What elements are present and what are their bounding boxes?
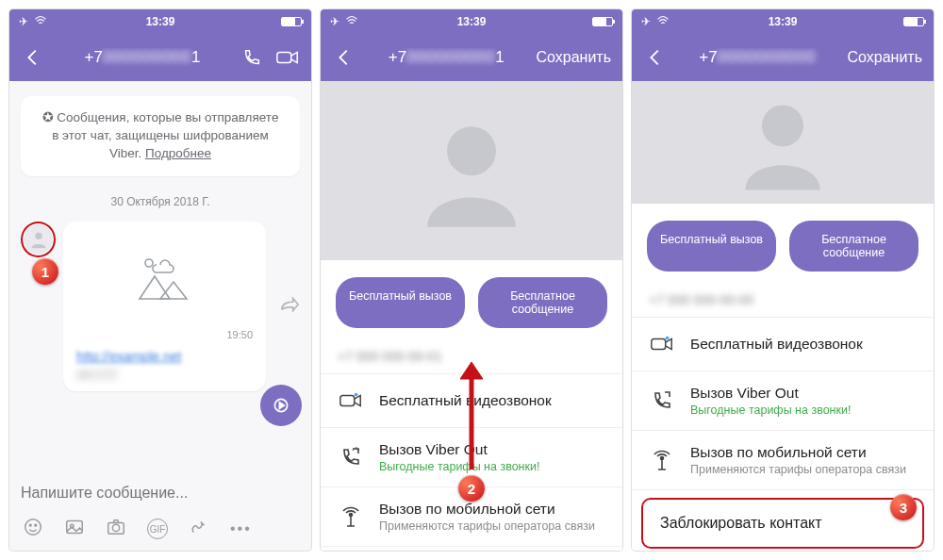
list-sublabel: Выгодные тарифы на звонки!: [379, 460, 605, 473]
save-button[interactable]: Сохранить: [847, 49, 922, 66]
list-label: Бесплатный видеозвонок: [379, 392, 605, 409]
message-time: 19:50: [76, 329, 253, 340]
swipe-up-arrow-icon: [456, 358, 487, 475]
svg-point-15: [762, 105, 803, 146]
profile-body: Бесплатный вызов Бесплатное сообщение +7…: [632, 81, 934, 551]
svg-point-2: [145, 259, 153, 267]
list-label: Бесплатный видеозвонок: [690, 336, 917, 353]
message-bubble[interactable]: 19:50 http://example.net abc123: [63, 222, 266, 391]
step-badge-3: 3: [890, 494, 917, 520]
status-time: 13:39: [769, 15, 798, 28]
svg-rect-16: [652, 338, 666, 349]
camera-icon[interactable]: [106, 517, 126, 541]
contact-avatar: [632, 81, 934, 204]
list-label: Вызов по мобильной сети: [690, 444, 917, 461]
block-contact-button[interactable]: Заблокировать контакт: [641, 498, 924, 549]
header-phone-number[interactable]: +70000000001: [57, 48, 228, 67]
list-sublabel: Применяются тарифы оператора связи: [690, 463, 917, 476]
contact-avatar: [321, 81, 622, 260]
battery-icon: [281, 17, 302, 26]
sender-avatar[interactable]: [21, 222, 56, 257]
list-label: Вызов Viber Out: [690, 385, 917, 402]
battery-icon: [592, 17, 613, 26]
svg-rect-0: [277, 52, 291, 62]
svg-point-5: [29, 524, 31, 526]
free-call-button[interactable]: Бесплатный вызов: [647, 221, 776, 272]
status-bar: ✈ 13:39: [632, 9, 934, 34]
chat-body: ✪ Сообщения, которые вы отправляете в эт…: [9, 81, 311, 469]
message-input[interactable]: [21, 479, 300, 507]
free-message-button[interactable]: Бесплатное сообщение: [478, 277, 607, 328]
sticker-icon[interactable]: [23, 517, 43, 541]
svg-point-17: [666, 337, 670, 340]
wifi-icon: [34, 15, 47, 28]
header-phone-number: +70000000000: [679, 48, 835, 67]
shield-icon: ✪: [42, 110, 58, 124]
list-item-viber-out[interactable]: Вызов Viber Out Выгодные тарифы на звонк…: [632, 371, 934, 431]
encryption-more-link[interactable]: Подробнее: [145, 146, 211, 160]
video-call-icon[interactable]: [275, 45, 300, 70]
message-link[interactable]: http://: [76, 349, 109, 364]
doodle-icon[interactable]: [189, 517, 209, 541]
svg-point-10: [112, 524, 119, 531]
send-button[interactable]: [260, 385, 302, 426]
list-item-video-call[interactable]: Бесплатный видеозвонок: [632, 318, 934, 371]
video-icon: [338, 387, 364, 414]
profile-header: +70000000001 Сохранить: [321, 34, 622, 81]
save-button[interactable]: Сохранить: [536, 49, 611, 66]
airplane-icon: ✈: [19, 15, 28, 28]
svg-point-18: [661, 457, 664, 460]
svg-point-13: [355, 393, 358, 397]
list-item-mobile-call[interactable]: Вызов по мобильной сети Применяются тари…: [632, 431, 934, 490]
battery-icon: [903, 17, 924, 26]
back-button[interactable]: [332, 45, 356, 70]
attachment-toolbar: GIF •••: [9, 511, 311, 551]
chat-header: +70000000001: [9, 34, 311, 81]
svg-rect-7: [67, 521, 83, 534]
screen-chat: ✈ 13:39 +70000000001 ✪ Сообщения, которы…: [9, 9, 311, 551]
wifi-icon: [345, 15, 358, 28]
status-time: 13:39: [146, 15, 175, 28]
svg-point-6: [35, 524, 37, 526]
date-separator: 30 Октября 2018 Г.: [21, 195, 300, 208]
phone-out-icon: [338, 444, 364, 470]
svg-point-11: [447, 126, 496, 175]
svg-point-1: [35, 232, 41, 239]
svg-point-14: [350, 514, 353, 517]
status-time: 13:39: [457, 15, 487, 28]
step-badge-2: 2: [458, 475, 485, 502]
message-input-area: [9, 469, 311, 511]
back-button[interactable]: [21, 45, 45, 70]
svg-rect-12: [340, 395, 355, 405]
forward-icon[interactable]: [279, 296, 300, 317]
list-label: Вызов по мобильной сети: [379, 501, 605, 518]
antenna-icon: [649, 447, 675, 473]
message-row: 19:50 http://example.net abc123: [21, 222, 300, 391]
header-phone-number: +70000000001: [368, 48, 524, 67]
antenna-icon: [338, 503, 364, 530]
free-call-button[interactable]: Бесплатный вызов: [336, 277, 465, 328]
free-message-button[interactable]: Бесплатное сообщение: [789, 221, 918, 272]
action-list: Бесплатный видеозвонок Вызов Viber Out В…: [632, 317, 934, 490]
profile-body: Бесплатный вызов Бесплатное сообщение +7…: [321, 81, 622, 551]
list-label: Вызов Viber Out: [379, 441, 605, 458]
video-icon: [649, 331, 675, 357]
screen-contact-profile: ✈ 13:39 +70000000001 Сохранить Бесплатны…: [321, 9, 622, 551]
encryption-notice: ✪ Сообщения, которые вы отправляете в эт…: [21, 96, 300, 176]
more-icon[interactable]: •••: [230, 520, 252, 537]
back-button[interactable]: [643, 45, 668, 70]
image-placeholder-icon: [76, 235, 253, 320]
screen-contact-profile-scrolled: ✈ 13:39 +70000000000 Сохранить Бесплатны…: [632, 9, 934, 551]
gallery-icon[interactable]: [64, 517, 85, 541]
wifi-icon: [656, 15, 670, 28]
list-sublabel: Выгодные тарифы на звонки!: [690, 404, 917, 417]
status-bar: ✈ 13:39: [9, 9, 311, 34]
gif-icon[interactable]: GIF: [147, 519, 168, 539]
phone-out-icon: [649, 387, 675, 414]
step-badge-1: 1: [32, 258, 58, 285]
profile-header: +70000000000 Сохранить: [632, 34, 934, 81]
status-bar: ✈ 13:39: [321, 9, 622, 34]
list-sublabel: Применяются тарифы оператора связи: [379, 519, 605, 533]
voice-call-icon[interactable]: [240, 45, 264, 70]
airplane-icon: ✈: [641, 15, 651, 28]
